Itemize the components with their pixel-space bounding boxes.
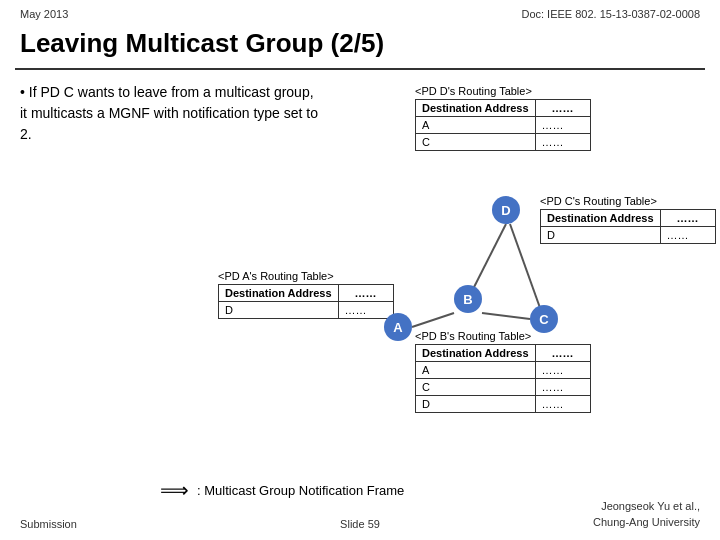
footer-author-line1: Jeongseok Yu et al., bbox=[593, 499, 700, 514]
pd-a-row1-col2: …… bbox=[338, 302, 393, 319]
table-row: C …… bbox=[416, 379, 591, 396]
pd-b-row2-col2: …… bbox=[535, 379, 590, 396]
pd-c-row1-col1: D bbox=[541, 227, 661, 244]
node-c: C bbox=[530, 305, 558, 333]
table-pd-d-caption: <PD D's Routing Table> bbox=[415, 85, 591, 97]
table-pd-c-caption: <PD C's Routing Table> bbox=[540, 195, 716, 207]
divider bbox=[15, 68, 705, 70]
table-row: D …… bbox=[219, 302, 394, 319]
table-pd-d: <PD D's Routing Table> Destination Addre… bbox=[415, 85, 591, 151]
bullet-text: • If PD C wants to leave from a multicas… bbox=[20, 82, 320, 145]
table-row: A …… bbox=[416, 117, 591, 134]
bullet-content: If PD C wants to leave from a multicast … bbox=[20, 84, 318, 142]
table-pd-a-caption: <PD A's Routing Table> bbox=[218, 270, 394, 282]
pd-b-col2-header: …… bbox=[535, 345, 590, 362]
pd-c-col1-header: Destination Address bbox=[541, 210, 661, 227]
node-b: B bbox=[454, 285, 482, 313]
pd-b-row3-col2: …… bbox=[535, 396, 590, 413]
table-row: A …… bbox=[416, 362, 591, 379]
svg-line-2 bbox=[412, 313, 454, 327]
footer-author: Jeongseok Yu et al., Chung-Ang Universit… bbox=[593, 499, 700, 530]
page-title: Leaving Multicast Group (2/5) bbox=[20, 28, 384, 59]
pd-b-row1-col2: …… bbox=[535, 362, 590, 379]
pd-d-row1-col2: …… bbox=[535, 117, 590, 134]
pd-d-row2-col2: …… bbox=[535, 134, 590, 151]
pd-b-row1-col1: A bbox=[416, 362, 536, 379]
svg-line-3 bbox=[482, 313, 530, 319]
table-row: D …… bbox=[416, 396, 591, 413]
table-pd-b: <PD B's Routing Table> Destination Addre… bbox=[415, 330, 591, 413]
header-right: Doc: IEEE 802. 15-13-0387-02-0008 bbox=[521, 8, 700, 20]
table-row: D …… bbox=[541, 227, 716, 244]
pd-d-col2-header: …… bbox=[535, 100, 590, 117]
node-d: D bbox=[492, 196, 520, 224]
table-pd-a: <PD A's Routing Table> Destination Addre… bbox=[218, 270, 394, 319]
footer-submission: Submission bbox=[20, 518, 77, 530]
pd-c-col2-header: …… bbox=[660, 210, 715, 227]
pd-b-col1-header: Destination Address bbox=[416, 345, 536, 362]
pd-a-col1-header: Destination Address bbox=[219, 285, 339, 302]
footer-author-line2: Chung-Ang University bbox=[593, 515, 700, 530]
pd-d-row2-col1: C bbox=[416, 134, 536, 151]
legend-text: : Multicast Group Notification Frame bbox=[197, 483, 404, 498]
bullet-symbol: • bbox=[20, 84, 25, 100]
pd-a-row1-col1: D bbox=[219, 302, 339, 319]
table-pd-c: <PD C's Routing Table> Destination Addre… bbox=[540, 195, 716, 244]
footer-slide: Slide 59 bbox=[340, 518, 380, 530]
legend: ⟹ : Multicast Group Notification Frame bbox=[160, 478, 404, 502]
pd-d-col1-header: Destination Address bbox=[416, 100, 536, 117]
pd-b-row2-col1: C bbox=[416, 379, 536, 396]
pd-b-row3-col1: D bbox=[416, 396, 536, 413]
pd-d-row1-col1: A bbox=[416, 117, 536, 134]
arrow-icon: ⟹ bbox=[160, 478, 189, 502]
pd-c-row1-col2: …… bbox=[660, 227, 715, 244]
header-left: May 2013 bbox=[20, 8, 68, 20]
node-a: A bbox=[384, 313, 412, 341]
table-pd-b-caption: <PD B's Routing Table> bbox=[415, 330, 591, 342]
pd-a-col2-header: …… bbox=[338, 285, 393, 302]
table-row: C …… bbox=[416, 134, 591, 151]
